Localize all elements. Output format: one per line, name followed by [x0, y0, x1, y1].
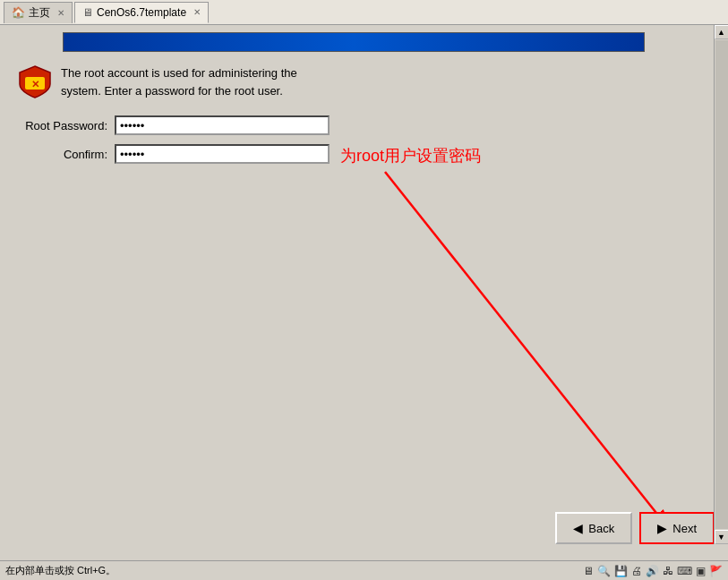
scrollbar-down[interactable]: ▼: [715, 530, 729, 544]
svg-text:✕: ✕: [31, 79, 39, 90]
progress-area: [0, 25, 728, 55]
status-bar: 在内部单击或按 Ctrl+G。 🖥 🔍 💾 🖨 🔊 🖧 ⌨ ▣ 🚩: [0, 560, 728, 580]
info-section: ✕ The root account is used for administe…: [18, 64, 715, 99]
back-button[interactable]: ◀ Back: [555, 512, 632, 544]
back-button-label: Back: [588, 522, 614, 535]
print-icon: 🖨: [631, 565, 642, 577]
tab-home-label: 主页: [29, 5, 50, 21]
network-icon: 🖧: [663, 565, 673, 577]
flag-icon: 🚩: [709, 565, 723, 577]
root-password-input[interactable]: [115, 115, 330, 135]
tab-vm[interactable]: 🖥 CenOs6.7template ✕: [74, 2, 209, 23]
next-button-label: Next: [672, 522, 697, 535]
back-arrow-icon: ◀: [573, 521, 583, 535]
window-icon: ▣: [696, 565, 706, 577]
tab-home-close[interactable]: ✕: [57, 8, 64, 18]
status-text: 在内部单击或按 Ctrl+G。: [5, 564, 116, 577]
scrollbar-thumb[interactable]: [715, 40, 728, 529]
keyboard-icon: ⌨: [677, 565, 692, 577]
confirm-label: Confirm:: [18, 148, 107, 161]
annotation-text: 为root用户设置密码: [340, 145, 481, 166]
next-arrow-icon: ▶: [657, 521, 667, 535]
search-icon: 🔍: [597, 565, 611, 577]
shield-icon: ✕: [18, 64, 52, 98]
root-password-label: Root Password:: [18, 119, 107, 132]
tab-vm-close[interactable]: ✕: [193, 7, 201, 17]
confirm-input[interactable]: [115, 144, 330, 164]
tab-home[interactable]: 🏠 主页 ✕: [4, 2, 73, 23]
progress-bar-container: [63, 32, 645, 52]
tab-vm-label: CenOs6.7template: [97, 6, 186, 19]
progress-bar-fill: [64, 33, 644, 51]
scrollbar-up[interactable]: ▲: [715, 25, 729, 39]
button-area: ◀ Back ▶ Next: [555, 512, 715, 544]
scrollbar[interactable]: ▲ ▼: [714, 25, 728, 544]
form-row-password: Root Password:: [18, 115, 715, 135]
content-panel: ✕ The root account is used for administe…: [0, 55, 728, 173]
disk-icon: 💾: [614, 565, 628, 577]
monitor-icon: 🖥: [583, 565, 594, 577]
title-bar: 🏠 主页 ✕ 🖥 CenOs6.7template ✕: [0, 0, 728, 25]
speaker-icon: 🔊: [646, 565, 659, 577]
info-description: The root account is used for administeri…: [61, 64, 330, 99]
next-button[interactable]: ▶ Next: [639, 512, 715, 544]
svg-line-3: [385, 172, 670, 530]
status-icons: 🖥 🔍 💾 🖨 🔊 🖧 ⌨ ▣ 🚩: [583, 565, 723, 577]
